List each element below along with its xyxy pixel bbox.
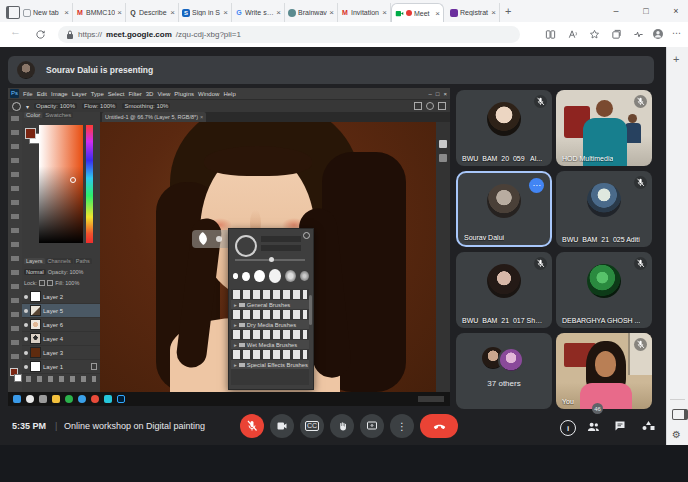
- ps-menu-file: File: [23, 91, 33, 97]
- browser-tab-registration[interactable]: Registrat ×: [447, 3, 500, 22]
- video-girl-top: [580, 383, 632, 409]
- participant-tile[interactable]: BWU_BAM_21_025 Aditi: [556, 171, 652, 247]
- browser-tab-brainwav[interactable]: Brainwav ×: [285, 3, 338, 22]
- participant-tile[interactable]: BWU_BAM_20_059_ Al...: [456, 90, 552, 166]
- browser-essentials-icon[interactable]: [630, 26, 646, 42]
- brush-preview-circle: [235, 235, 257, 257]
- participant-tile-video[interactable]: HOD Multimedia: [556, 90, 652, 166]
- blend-mode-row: Normal Opacity: 100%: [24, 269, 84, 275]
- vertical-tabs-icon[interactable]: [6, 6, 20, 19]
- browser-tab-signin[interactable]: S Sign in S ×: [179, 3, 232, 22]
- slider-knob: [269, 257, 274, 262]
- layer-row: Layer 2: [22, 290, 100, 304]
- browser-tab-describe[interactable]: Q Describe ×: [126, 3, 179, 22]
- read-aloud-icon[interactable]: [564, 26, 580, 42]
- close-icon[interactable]: ×: [491, 8, 496, 17]
- close-icon[interactable]: ×: [435, 9, 440, 18]
- participant-tile[interactable]: DEBARGHYA GHOSH ...: [556, 252, 652, 328]
- tab-label: Registrat: [460, 9, 489, 16]
- raise-hand-button[interactable]: [330, 414, 354, 438]
- folder-icon: [239, 303, 245, 307]
- browser-tab-write[interactable]: G Write sho ×: [232, 3, 285, 22]
- brush-tip-icon: [12, 102, 21, 111]
- participant-name: BWU_BAM_21_025 Aditi: [562, 236, 640, 243]
- mic-button-muted[interactable]: [240, 414, 264, 438]
- layer-row: Layer 6: [22, 318, 100, 332]
- sidebar-add-button[interactable]: +: [673, 53, 679, 65]
- gmail-icon: M: [341, 9, 349, 17]
- panel-icon: [439, 154, 447, 162]
- present-button[interactable]: [360, 414, 384, 438]
- layer-opacity: Opacity: 100%: [48, 269, 84, 275]
- tab-label: Invitation: [351, 9, 380, 16]
- color-gradient-field: [39, 125, 83, 243]
- close-icon[interactable]: ×: [64, 8, 69, 17]
- layer-thumbnail: [30, 361, 41, 372]
- window-minimize-button[interactable]: –: [608, 4, 624, 18]
- folder-icon: [52, 395, 60, 403]
- close-icon[interactable]: ×: [223, 8, 228, 17]
- activities-icon[interactable]: [642, 420, 655, 431]
- forms-icon: [450, 9, 458, 17]
- ps-menu-edit: Edit: [37, 91, 47, 97]
- split-screen-icon[interactable]: [542, 26, 558, 42]
- window-maximize-button[interactable]: □: [638, 4, 654, 18]
- more-options-button[interactable]: ⋮: [390, 414, 414, 438]
- participant-tile[interactable]: BWU_BAM_21_017 Shri...: [456, 252, 552, 328]
- layer-thumbnail: [30, 305, 41, 316]
- url-field[interactable]: https://meet.google.com/zqu-cdj-xbg?pli=…: [58, 26, 520, 43]
- photoshop-menu-bar: Ps File Edit Image Layer Type Select Fil…: [8, 88, 450, 99]
- tab-layers: Layers: [24, 258, 45, 264]
- close-icon[interactable]: ×: [117, 8, 122, 17]
- caret-icon: ▸: [234, 342, 237, 348]
- mic-off-icon: [634, 257, 647, 270]
- tile-more-options-button[interactable]: ⋯: [529, 178, 544, 193]
- self-tile-video[interactable]: You: [556, 333, 652, 409]
- photoshop-toolbar: [8, 112, 22, 392]
- close-icon[interactable]: ×: [382, 8, 387, 17]
- close-icon[interactable]: ×: [329, 8, 334, 17]
- layers-list: Layer 2 Layer 5 Layer 6 Layer 4 Layer 3: [22, 290, 100, 374]
- favorites-star-icon[interactable]: [586, 26, 602, 42]
- hue-slider: [86, 125, 93, 243]
- divider: [670, 399, 685, 400]
- camera-button[interactable]: [270, 414, 294, 438]
- window-close-button[interactable]: ×: [668, 4, 684, 18]
- blend-mode-select: Normal: [24, 269, 46, 275]
- photoshop-logo-icon: Ps: [10, 89, 19, 98]
- participant-name: Sourav Dalui: [464, 234, 504, 241]
- meeting-info-icon[interactable]: i: [560, 420, 576, 436]
- layer-thumbnail: [30, 291, 41, 302]
- chat-icon[interactable]: [614, 420, 626, 432]
- browser-tab-invitation[interactable]: M Invitation ×: [338, 3, 391, 22]
- gmail-icon: M: [76, 9, 84, 17]
- brush-group-row: ▸ Wet Media Brushes: [231, 340, 309, 349]
- participant-tile-presenter[interactable]: ⋯ Sourav Dalui: [456, 171, 552, 247]
- mic-off-icon: [534, 95, 547, 108]
- meet-icon: [395, 9, 404, 18]
- more-menu-icon[interactable]: ⋯: [672, 28, 681, 38]
- captions-button[interactable]: CC: [300, 414, 324, 438]
- eye-icon: [24, 351, 28, 355]
- close-icon[interactable]: ×: [170, 8, 175, 17]
- new-tab-button[interactable]: +: [505, 5, 511, 17]
- shared-screen-photoshop[interactable]: Ps File Edit Image Layer Type Select Fil…: [8, 88, 450, 406]
- profile-avatar[interactable]: [650, 26, 666, 42]
- windows-taskbar: 29°C Cloudy W ^: [0, 445, 688, 482]
- browser-tab-bmmc[interactable]: M BMMC10 ×: [73, 3, 126, 22]
- collections-icon[interactable]: [608, 26, 624, 42]
- meeting-clock: 5:35 PM: [12, 421, 46, 431]
- workspace-icon: [414, 102, 422, 110]
- refresh-icon[interactable]: [32, 26, 48, 42]
- people-icon[interactable]: [586, 420, 601, 433]
- browser-tab-newtab[interactable]: New tab ×: [20, 3, 73, 22]
- back-icon[interactable]: ←: [10, 25, 21, 37]
- browser-tab-meet-active[interactable]: Meet ×: [391, 3, 444, 22]
- overflow-tile[interactable]: 37 others: [456, 333, 552, 409]
- end-call-button[interactable]: [420, 414, 458, 438]
- sidebar-panel-icon[interactable]: [672, 409, 688, 420]
- gear-icon[interactable]: ⚙: [672, 429, 681, 440]
- close-icon[interactable]: ×: [276, 8, 281, 17]
- start-icon: [13, 395, 21, 403]
- layer-name: Layer 1: [43, 364, 63, 370]
